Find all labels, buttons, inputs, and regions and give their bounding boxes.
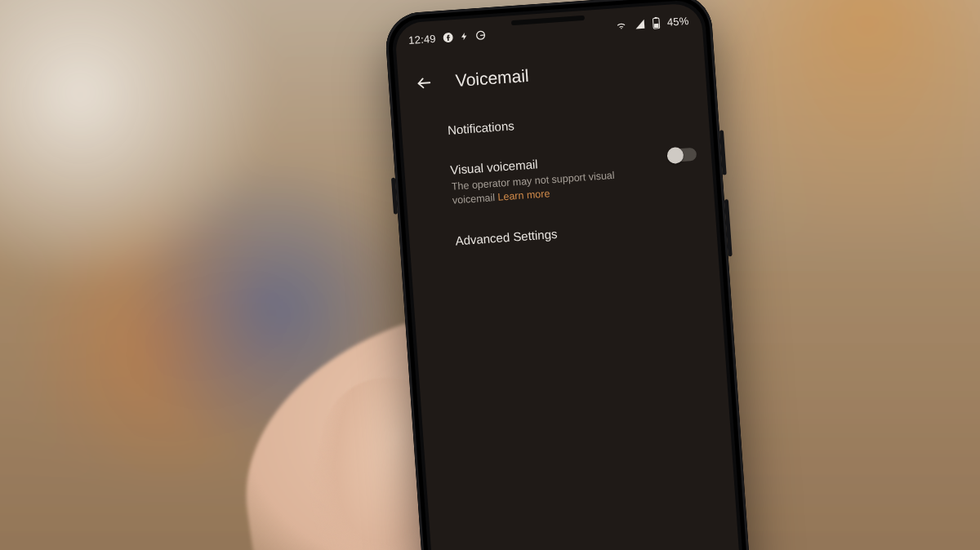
status-time: 12:49: [408, 32, 437, 46]
row-advanced-settings-label: Advanced Settings: [455, 217, 698, 248]
signal-icon: [634, 18, 646, 29]
phone: 12:49: [384, 0, 756, 550]
svg-rect-3: [655, 16, 657, 18]
facebook-icon: [442, 32, 453, 43]
svg-rect-4: [654, 23, 659, 27]
visual-voicemail-toggle[interactable]: [668, 148, 697, 162]
arrow-back-icon: [414, 73, 433, 92]
phone-screen: 12:49: [394, 2, 746, 550]
status-battery-text: 45%: [666, 14, 689, 28]
back-button[interactable]: [409, 69, 439, 98]
page-title: Voicemail: [455, 66, 529, 91]
svg-line-5: [419, 82, 430, 83]
battery-icon: [652, 16, 661, 29]
wifi-icon: [615, 20, 629, 31]
settings-list: Notifications Visual voicemail The opera…: [400, 89, 718, 268]
learn-more-link[interactable]: Learn more: [497, 188, 550, 202]
bolt-icon: [459, 30, 469, 42]
row-notifications-label: Notifications: [447, 106, 690, 137]
google-icon: [474, 29, 486, 41]
